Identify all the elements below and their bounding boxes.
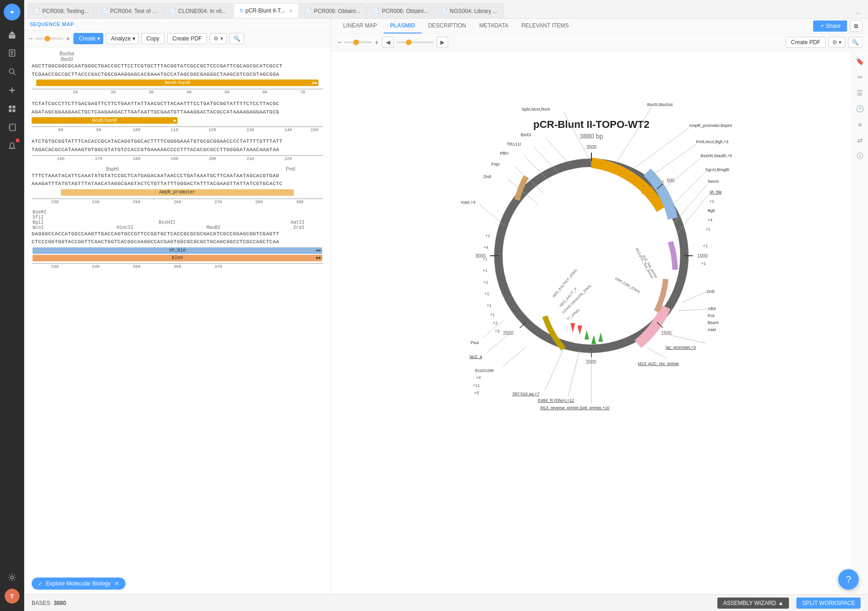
analyze-button[interactable]: Analyze ▾ (106, 33, 139, 44)
plus4-bot: +4 (476, 375, 481, 380)
tab-overflow-menu[interactable]: ··· (852, 8, 864, 18)
bsshii-label: BssHII,MauBI,+5 (701, 153, 732, 158)
lac-promoter-line (669, 335, 705, 343)
plasmid-size: 3880 bp (579, 133, 603, 140)
right-settings-button[interactable]: ⚙ ▾ (828, 37, 845, 48)
tab-relevant-items[interactable]: RELEVANT ITEMS (515, 19, 575, 33)
forward-button[interactable]: ▶ (437, 37, 448, 48)
seq-block-5: BseRI SfiI BglI BssHII AatII NcoI HincII… (32, 210, 323, 271)
split-workspace-button[interactable]: SPLIT WORKSPACE (796, 598, 861, 609)
sidebar-item-add[interactable] (4, 82, 20, 99)
tab-pcr006b[interactable]: 📄 PCR006: Obtaini... (367, 3, 434, 18)
tab-pcrblunt[interactable]: ↻ pCR-Blunt II-T... ✕ (233, 3, 298, 18)
sidebar-item-notebook[interactable] (4, 119, 20, 136)
tab-metadata[interactable]: METADATA (473, 19, 515, 33)
primer-triangle-rev-1[interactable] (577, 325, 582, 335)
copy-button[interactable]: Copy (141, 33, 165, 44)
scissors-icon[interactable]: ✂ (854, 71, 867, 84)
sidebar-item-files[interactable] (4, 45, 20, 61)
tab-description[interactable]: DESCRIPTION (422, 19, 473, 33)
plasmid-map: pCR-Blunt II-TOPO-WT2 3880 bp NeoR/KanR (461, 56, 722, 418)
tab-pcr006a[interactable]: 📄 PCR006: Obtaini... (299, 3, 366, 18)
enzyme-zrai: ZraI (293, 225, 305, 230)
explore-close-button[interactable]: ✕ (114, 580, 119, 587)
back-button[interactable]: ◀ (382, 37, 394, 48)
enzyme-hincii: HincII (117, 225, 133, 230)
list-icon[interactable]: ≡ (854, 118, 867, 131)
right-toolbar: − + ◀ ▶ Create PDF ⚙ ▾ (331, 34, 868, 51)
plasmid-area: pCR-Blunt II-TOPO-WT2 3880 bp NeoR/KanR (331, 51, 851, 594)
ruler-5: 330 340 350 360 370 (32, 263, 323, 271)
enzyme-bsssai: BssSαIBssSI (60, 51, 74, 62)
enzyme-pmli: PmlI (286, 166, 295, 172)
primer-triangle-3[interactable] (598, 332, 603, 342)
right-icon-sidebar: 🔖 ✂ ☰ 🕐 ≡ ⇄ ⓘ (851, 51, 868, 594)
search-button[interactable]: 🔍 (230, 33, 244, 44)
sphincorsrii-label: SphI,NcoI,RsrII (522, 107, 550, 112)
info-icon[interactable]: ⓘ (854, 150, 867, 163)
zoom-in-button[interactable]: + (65, 35, 71, 42)
puc-fwd-arc[interactable] (670, 242, 675, 270)
app-logo (4, 4, 20, 20)
tab-ngs004[interactable]: 📄 NGS004: Library ... (435, 3, 504, 18)
create-pdf-button[interactable]: Create PDF (167, 33, 207, 44)
settings-button[interactable]: ⚙ ▾ (210, 33, 226, 44)
tab-close-button[interactable]: ✕ (289, 8, 292, 13)
bookmark-icon[interactable]: 🔖 (854, 55, 867, 68)
ruler-2: 80 90 100 110 120 130 140 150 (32, 126, 323, 134)
ampr-bsphi-label: AmpR_promoter,BspHI (689, 123, 732, 128)
tab-pcr004[interactable]: 📄 PCR004: Test of ... (96, 3, 163, 18)
share-button[interactable]: ↗ Share (813, 20, 847, 32)
sidebar-item-search[interactable] (4, 63, 20, 80)
bleo-arc[interactable] (638, 307, 666, 344)
enzyme-bsphi: BspHI (106, 166, 119, 172)
right-search-button[interactable]: 🔍 (848, 37, 862, 48)
primer-triangle-2[interactable] (591, 335, 596, 344)
doc-icon: 📄 (373, 8, 380, 14)
explore-bar[interactable]: ✓ Explore Molecular Biology ✕ (32, 578, 126, 590)
right-zoom-slider[interactable] (344, 41, 372, 43)
arrows-icon[interactable]: ⇄ (854, 134, 867, 147)
seq-block-2: TCTATCGCCTTCTTGACGAGTTCTTCTGAATTATTAACGC… (32, 100, 323, 134)
svg-rect-12 (9, 109, 12, 112)
user-avatar[interactable]: T (5, 589, 20, 604)
primer-triangle-rev-2[interactable] (570, 323, 575, 332)
enzyme-line-6 (668, 172, 705, 209)
tab-plasmid[interactable]: PLASMID (384, 19, 422, 33)
zoom-slider[interactable] (35, 38, 63, 40)
sidebar-item-home[interactable] (4, 26, 20, 43)
lacz-label: lacZ_a (470, 354, 482, 359)
tab-clone004[interactable]: 📄 CLONE004: In vit... (164, 3, 232, 18)
zoom-out-button[interactable]: − (28, 35, 33, 42)
seq-block-1: BssSαIBssSI AGCTTGGCGGCGCAATGGGCTGACCGCT… (32, 51, 323, 96)
enzyme-bsshii: BssHII (159, 220, 175, 225)
copy-icon-button[interactable]: ⧉ (850, 20, 862, 32)
create-button[interactable]: Create ▾ (73, 33, 103, 44)
ruler-1: 10 20 30 40 50 60 70 (32, 89, 323, 96)
right-create-pdf-button[interactable]: Create PDF (786, 37, 825, 48)
enzyme-line-7 (674, 184, 708, 223)
primer-triangle-1[interactable] (584, 330, 589, 339)
ruler-3: 160 170 180 190 200 210 220 (32, 155, 323, 163)
plus1-l5: +1 (484, 280, 488, 285)
tab-linear-map[interactable]: LINEAR MAP (337, 19, 384, 33)
doc-icon: 📄 (34, 8, 40, 14)
sidebar-item-grid[interactable] (4, 100, 20, 117)
right-zoom-in[interactable]: + (374, 39, 379, 46)
m13rev-label: M13_pUC_rev_primer (638, 361, 679, 366)
tick-label-0: 3500 (586, 145, 596, 150)
assembly-wizard-button[interactable]: ASSEMBLY WIZARD ▲ (717, 598, 789, 609)
menu-icon[interactable]: ☰ (854, 86, 867, 100)
sexai-label: SexAI (708, 179, 719, 184)
loading-icon: ↻ (239, 8, 244, 14)
tab-pcr008[interactable]: 📄 PCR008: Testing... (28, 3, 95, 18)
sidebar-item-settings[interactable] (4, 569, 20, 586)
help-fab[interactable]: ? (838, 569, 859, 590)
right-zoom-slider-2[interactable] (397, 41, 434, 43)
plus1-l6: +1 (484, 292, 489, 296)
enzyme-line-4 (647, 144, 696, 179)
drdi-left-label: DrdI (484, 174, 491, 179)
right-zoom-out[interactable]: − (337, 39, 342, 46)
sidebar-item-bell[interactable] (4, 138, 20, 154)
clock-icon[interactable]: 🕐 (854, 102, 867, 115)
